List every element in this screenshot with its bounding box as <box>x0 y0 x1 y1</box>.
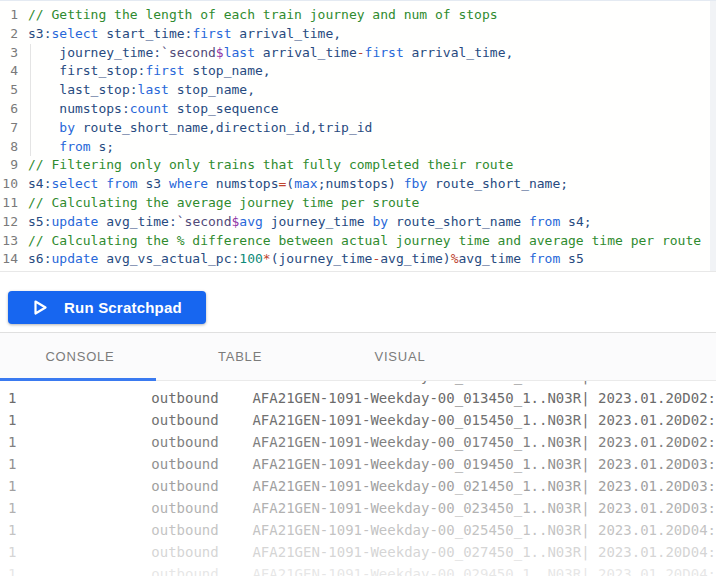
tab-table-label: TABLE <box>218 349 262 364</box>
line-number: 4 <box>0 62 18 81</box>
code-line: 8 from s; <box>0 138 716 157</box>
line-number: 1 <box>0 6 18 25</box>
code-editor[interactable]: 1// Getting the length of each train jou… <box>0 0 716 272</box>
console-rows: 1 outbound AFA21GEN-1091-Weekday-00_0134… <box>8 387 716 576</box>
line-number: 2 <box>0 25 18 44</box>
run-scratchpad-button[interactable]: Run Scratchpad <box>8 291 206 324</box>
tab-console[interactable]: CONSOLE <box>0 333 160 380</box>
line-number: 3 <box>0 44 18 63</box>
tab-visual[interactable]: VISUAL <box>320 333 480 380</box>
action-bar: Run Scratchpad <box>0 272 716 332</box>
play-icon <box>34 300 47 315</box>
line-number: 14 <box>0 250 18 269</box>
tab-console-label: CONSOLE <box>45 349 114 364</box>
code-line: 11// Calculating the average journey tim… <box>0 194 716 213</box>
console-output[interactable]: 1 outbound AFA21GEN-1091-Weekday-00_0114… <box>0 381 716 576</box>
code-line: 6 numstops:count stop_sequence <box>0 100 716 119</box>
console-row: 1 outbound AFA21GEN-1091-Weekday-00_0254… <box>8 519 716 541</box>
code-line: 10s4:select from s3 where numstops=(max;… <box>0 175 716 194</box>
code-line: 12s5:update avg_time:`second$avg journey… <box>0 213 716 232</box>
line-number: 5 <box>0 81 18 100</box>
code-line: 5 last_stop:last stop_name, <box>0 81 716 100</box>
tab-table[interactable]: TABLE <box>160 333 320 380</box>
result-tabs: CONSOLE TABLE VISUAL <box>0 332 716 381</box>
line-number: 11 <box>0 194 18 213</box>
code-line: 4 first_stop:first stop_name, <box>0 62 716 81</box>
code-line: 3 journey_time:`second$last arrival_time… <box>0 44 716 63</box>
line-number: 10 <box>0 175 18 194</box>
code-line: 13// Calculating the % difference betwee… <box>0 232 716 251</box>
code-line: 2s3:select start_time:first arrival_time… <box>0 25 716 44</box>
console-partial-row-clip: 1 outbound AFA21GEN-1091-Weekday-00_0114… <box>8 381 716 387</box>
tab-visual-label: VISUAL <box>374 349 425 364</box>
console-row: 1 outbound AFA21GEN-1091-Weekday-00_0174… <box>8 431 716 453</box>
line-number: 8 <box>0 138 18 157</box>
code-line: 1// Getting the length of each train jou… <box>0 6 716 25</box>
line-number: 12 <box>0 213 18 232</box>
line-number: 13 <box>0 232 18 251</box>
code-lines: 1// Getting the length of each train jou… <box>0 6 716 269</box>
console-row: 1 outbound AFA21GEN-1091-Weekday-00_0154… <box>8 409 716 431</box>
console-row: 1 outbound AFA21GEN-1091-Weekday-00_0194… <box>8 453 716 475</box>
console-row: 1 outbound AFA21GEN-1091-Weekday-00_0214… <box>8 475 716 497</box>
console-row: 1 outbound AFA21GEN-1091-Weekday-00_0134… <box>8 387 716 409</box>
console-row: 1 outbound AFA21GEN-1091-Weekday-00_0294… <box>8 563 716 576</box>
code-line: 14s6:update avg_vs_actual_pc:100*(journe… <box>0 250 716 269</box>
line-number: 9 <box>0 156 18 175</box>
editor-scrollbar[interactable] <box>710 1 716 271</box>
console-row: 1 outbound AFA21GEN-1091-Weekday-00_0274… <box>8 541 716 563</box>
code-line: 7 by route_short_name,direction_id,trip_… <box>0 119 716 138</box>
console-row-partial: 1 outbound AFA21GEN-1091-Weekday-00_0114… <box>8 381 716 387</box>
run-scratchpad-label: Run Scratchpad <box>64 299 182 316</box>
console-row: 1 outbound AFA21GEN-1091-Weekday-00_0234… <box>8 497 716 519</box>
line-number: 7 <box>0 119 18 138</box>
line-number: 6 <box>0 100 18 119</box>
code-line: 9// Filtering only only trains that full… <box>0 156 716 175</box>
